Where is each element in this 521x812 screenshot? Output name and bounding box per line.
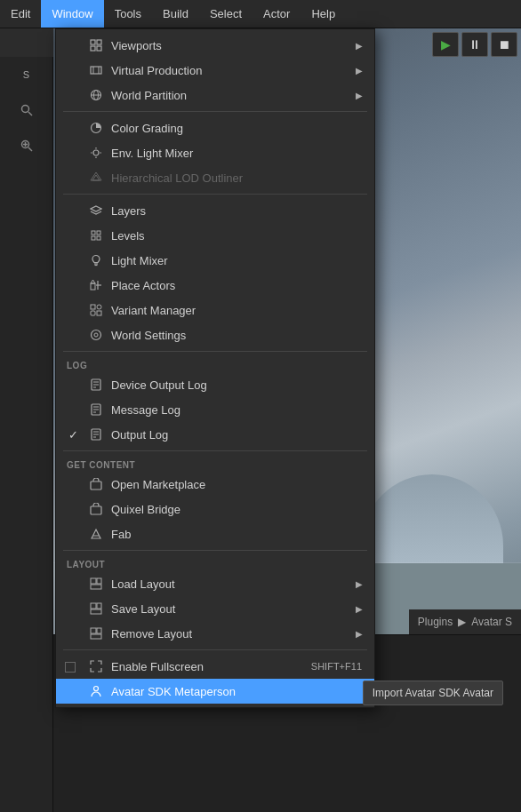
color-grading-label: Color Grading bbox=[111, 122, 365, 135]
save-layout-icon bbox=[88, 601, 104, 617]
fullscreen-icon bbox=[88, 658, 104, 674]
svg-rect-32 bbox=[91, 305, 95, 309]
svg-rect-9 bbox=[97, 46, 101, 51]
window-dropdown-menu: Viewports ▶ Virtual Production ▶ bbox=[55, 28, 375, 708]
menu-item-color-grading[interactable]: Color Grading bbox=[56, 115, 374, 140]
open-marketplace-label: Open Marketplace bbox=[111, 478, 365, 491]
virtual-production-arrow: ▶ bbox=[353, 66, 365, 76]
message-log-icon bbox=[88, 402, 104, 418]
svg-rect-6 bbox=[91, 40, 95, 44]
cursor bbox=[310, 735, 316, 740]
svg-point-37 bbox=[94, 333, 98, 337]
svg-rect-25 bbox=[97, 236, 100, 240]
load-layout-label: Load Layout bbox=[111, 577, 346, 591]
avatar-sdk-menu-label: Avatar SDK Metaperson bbox=[111, 685, 365, 698]
variant-manager-label: Variant Manager bbox=[111, 304, 365, 317]
quixel-bridge-label: Quixel Bridge bbox=[111, 503, 365, 516]
menu-item-place-actors[interactable]: Place Actors bbox=[56, 273, 374, 298]
marketplace-icon bbox=[88, 476, 104, 492]
output-log-label: Output Log bbox=[111, 428, 365, 442]
light-mixer-label: Light Mixer bbox=[111, 254, 365, 267]
menu-item-device-output-log[interactable]: Device Output Log bbox=[56, 372, 374, 397]
svg-rect-28 bbox=[91, 283, 95, 290]
menu-item-avatar-sdk[interactable]: Avatar SDK Metaperson bbox=[56, 679, 374, 704]
svg-rect-23 bbox=[97, 231, 100, 235]
place-actors-label: Place Actors bbox=[111, 279, 365, 292]
hierarchical-lod-label: Hierarchical LOD Outliner bbox=[111, 171, 365, 185]
layers-icon bbox=[88, 203, 104, 219]
remove-layout-icon bbox=[88, 625, 104, 641]
menu-item-message-log[interactable]: Message Log bbox=[56, 397, 374, 422]
output-log-check: ✓ bbox=[65, 428, 81, 442]
menu-item-layers[interactable]: Layers bbox=[56, 198, 374, 223]
fullscreen-checkbox[interactable] bbox=[65, 662, 76, 673]
lod-icon bbox=[88, 170, 104, 186]
menu-item-load-layout[interactable]: Load Layout ▶ bbox=[56, 571, 374, 596]
svg-rect-24 bbox=[92, 236, 95, 240]
svg-point-62 bbox=[94, 687, 99, 691]
env-light-mixer-label: Env. Light Mixer bbox=[111, 147, 365, 160]
sep-2 bbox=[63, 194, 367, 195]
output-log-icon bbox=[88, 426, 104, 442]
menu-item-hierarchical-lod: Hierarchical LOD Outliner bbox=[56, 165, 374, 190]
svg-rect-57 bbox=[97, 603, 101, 609]
svg-rect-54 bbox=[97, 578, 101, 584]
import-tooltip: Import Avatar SDK Avatar bbox=[363, 681, 503, 705]
svg-rect-61 bbox=[91, 634, 101, 639]
layout-section-label: LAYOUT bbox=[56, 554, 374, 571]
menu-item-open-marketplace[interactable]: Open Marketplace bbox=[56, 472, 374, 497]
device-output-log-label: Device Output Log bbox=[111, 378, 365, 392]
lightbulb-icon bbox=[88, 252, 104, 268]
svg-rect-60 bbox=[97, 628, 101, 633]
world-partition-label: World Partition bbox=[111, 89, 346, 102]
svg-rect-55 bbox=[91, 585, 101, 589]
menu-item-world-settings[interactable]: World Settings bbox=[56, 322, 374, 347]
get-content-section-label: GET CONTENT bbox=[56, 455, 374, 472]
bridge-icon bbox=[88, 501, 104, 517]
variants-icon bbox=[88, 302, 104, 318]
menu-item-output-log[interactable]: ✓ Output Log bbox=[56, 422, 374, 447]
menu-item-quixel-bridge[interactable]: Quixel Bridge bbox=[56, 497, 374, 521]
world-partition-arrow: ▶ bbox=[353, 91, 365, 100]
menu-item-levels[interactable]: Levels bbox=[56, 223, 374, 248]
remove-layout-label: Remove Layout bbox=[111, 627, 346, 641]
menu-item-light-mixer[interactable]: Light Mixer bbox=[56, 248, 374, 273]
menu-item-env-light-mixer[interactable]: Env. Light Mixer bbox=[56, 140, 374, 165]
svg-rect-51 bbox=[91, 506, 101, 514]
svg-rect-50 bbox=[91, 482, 101, 490]
menu-item-enable-fullscreen[interactable]: Enable Fullscreen SHIFT+F11 bbox=[56, 654, 374, 679]
log-section-label: LOG bbox=[56, 355, 374, 372]
svg-rect-8 bbox=[91, 46, 95, 51]
world-settings-label: World Settings bbox=[111, 329, 365, 342]
svg-rect-33 bbox=[97, 305, 101, 309]
load-layout-icon bbox=[88, 576, 104, 592]
save-layout-label: Save Layout bbox=[111, 602, 346, 616]
sep-3 bbox=[63, 351, 367, 352]
menu-item-fab[interactable]: Fab bbox=[56, 521, 374, 546]
svg-rect-34 bbox=[91, 311, 95, 315]
menu-item-world-partition[interactable]: World Partition ▶ bbox=[56, 83, 374, 107]
load-layout-arrow: ▶ bbox=[353, 579, 365, 589]
sep-1 bbox=[63, 111, 367, 112]
svg-rect-10 bbox=[91, 67, 101, 74]
svg-rect-59 bbox=[91, 628, 96, 633]
menu-item-save-layout[interactable]: Save Layout ▶ bbox=[56, 596, 374, 621]
layers-label: Layers bbox=[111, 204, 365, 218]
svg-rect-58 bbox=[91, 609, 101, 614]
env-light-icon bbox=[88, 145, 104, 161]
enable-fullscreen-label: Enable Fullscreen bbox=[111, 660, 304, 673]
fab-icon bbox=[88, 526, 104, 542]
menu-item-remove-layout[interactable]: Remove Layout ▶ bbox=[56, 621, 374, 646]
viewports-arrow: ▶ bbox=[353, 41, 365, 51]
menu-item-viewports[interactable]: Viewports ▶ bbox=[56, 33, 374, 58]
film-icon bbox=[88, 62, 104, 78]
viewports-label: Viewports bbox=[111, 39, 346, 52]
sep-4 bbox=[63, 450, 367, 451]
place-actors-icon bbox=[88, 277, 104, 293]
menu-item-virtual-production[interactable]: Virtual Production ▶ bbox=[56, 58, 374, 83]
world-settings-icon bbox=[88, 327, 104, 343]
device-log-icon bbox=[88, 377, 104, 393]
menu-item-variant-manager[interactable]: Variant Manager bbox=[56, 298, 374, 322]
color-grading-icon bbox=[88, 120, 104, 136]
levels-label: Levels bbox=[111, 229, 365, 243]
